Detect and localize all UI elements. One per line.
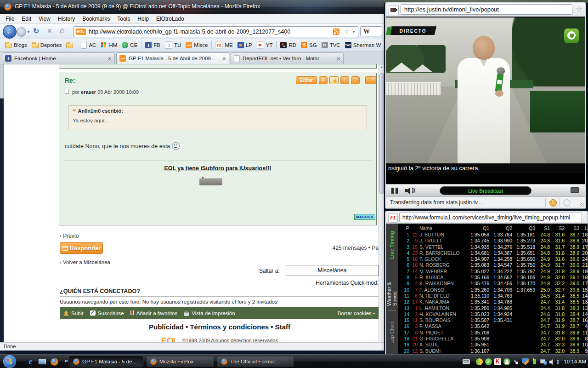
bookmark-me[interactable]: mME <box>213 41 235 49</box>
justintv-url[interactable]: http://es.justin.tv/dimoni_live/popout <box>401 4 572 15</box>
quicklaunch-show-desktop-icon[interactable] <box>38 357 47 366</box>
previous-link[interactable]: ‹ Previo <box>60 233 79 239</box>
bookmark-sherman-w[interactable]: TWCSherman W <box>343 42 384 48</box>
menu-elotrolado[interactable]: ElOtroLado <box>153 14 188 24</box>
tab-lap-chart[interactable]: Lap Chart <box>389 311 395 354</box>
bookmark-tvc[interactable]: tvTVC <box>319 42 343 48</box>
print-view-link[interactable]: Vista de impresión <box>184 310 235 316</box>
bookmark-ce[interactable]: CE <box>119 42 140 48</box>
live-broadcast-button[interactable]: Live Broadcast <box>440 186 531 195</box>
tab-close-icon[interactable]: ✕ <box>222 56 226 61</box>
bookmark-misce[interactable]: eolMisce <box>183 42 210 48</box>
security-shield-tray-icon[interactable] <box>522 358 529 365</box>
url-dropdown-icon[interactable]: ▼ <box>352 30 356 34</box>
timing-cell: 21 <box>579 262 588 268</box>
thumbs-up-button[interactable]: ☝ <box>329 76 339 84</box>
timing-cell: 7 <box>399 269 409 275</box>
tab-inactive[interactable]: DeportEOL.net • Ver foro - Motor✕ <box>231 52 344 64</box>
tab-inactive[interactable]: fFacebook | Home✕ <box>2 52 115 64</box>
help-button[interactable]: ? <box>351 76 360 84</box>
bookmark-yt[interactable]: ▶YT <box>254 41 275 49</box>
bookmark-sg[interactable]: BSG <box>299 42 319 48</box>
bookmark-fb[interactable]: fFB <box>143 42 163 48</box>
jump-to-select[interactable]: Miscelánea <box>286 265 379 276</box>
quote-button[interactable]: “ <box>365 76 377 84</box>
delete-button[interactable]: X <box>319 76 328 84</box>
f1-url[interactable]: http://www.formula1.com/services/live_ti… <box>399 213 582 222</box>
edit-button[interactable]: Editar <box>296 76 317 84</box>
bookmark-deportes[interactable]: Deportes <box>29 42 64 48</box>
back-button[interactable]: ← <box>3 25 17 39</box>
tab-weather-speed[interactable]: Weather & Speed <box>386 267 397 310</box>
bookmark-blogs[interactable]: Blogs <box>3 42 29 48</box>
add-favorite-link[interactable]: Añadir a favoritos <box>130 310 178 316</box>
stop-button[interactable]: ✕ <box>47 27 52 34</box>
tab-close-icon[interactable]: ✕ <box>337 56 340 61</box>
firefox-titlebar[interactable]: GP F1 Malasia - 5 de Abril de 2009 (9 de… <box>0 0 384 14</box>
menu-history[interactable]: History <box>54 14 79 24</box>
bookmark-hm[interactable]: HM <box>98 42 119 48</box>
antivirus-ok-tray-icon[interactable]: ✓ <box>485 358 492 365</box>
taskbar-button-1[interactable]: GP F1 Malasia - 5 de... <box>69 356 143 367</box>
bookmark-tu[interactable]: :)TU <box>163 41 183 49</box>
clear-cookies-link[interactable]: Borrar cookies • <box>338 310 375 316</box>
volume-icon[interactable]: )) <box>405 187 417 194</box>
bookmark-lp[interactable]: LP <box>235 42 254 48</box>
page-scrollbar[interactable]: ▲ <box>379 64 384 342</box>
menu-bookmarks[interactable]: Bookmarks <box>79 14 113 24</box>
keyboard-layout-icon[interactable] <box>463 359 470 364</box>
volume-icon[interactable] <box>549 358 556 365</box>
reply-button[interactable]: Responder <box>60 242 103 254</box>
forward-button[interactable]: → <box>17 27 26 37</box>
url-bar[interactable]: EOL http://www.elotrolado.net/hilo_gp-f1… <box>74 26 358 37</box>
go-up-link[interactable]: Subir <box>63 310 84 316</box>
bookmark-folder[interactable] <box>64 42 75 48</box>
scrollbar-up-arrow[interactable]: ▲ <box>379 65 384 69</box>
bookmark-ac[interactable]: AC <box>79 42 98 49</box>
tab-live-timing[interactable]: Live Timing <box>389 224 395 267</box>
start-button[interactable] <box>3 355 16 368</box>
subscribe-link[interactable]: Suscribirse <box>90 310 124 316</box>
quicklaunch-firefox-icon[interactable] <box>50 357 59 366</box>
video-player[interactable]: DIRECTO nsiguió la 2ª victoria de su car… <box>386 17 585 184</box>
url-text[interactable]: http://www.elotrolado.net/hilo_gp-f1-mal… <box>89 29 290 35</box>
power-plug-icon[interactable] <box>531 358 538 365</box>
post-author[interactable]: eraser <box>81 89 96 95</box>
quicklaunch-ie-icon[interactable]: e <box>26 357 35 366</box>
updater-tray-icon[interactable] <box>476 358 483 365</box>
signature-text[interactable]: EOL ya tiene iSubforo para iUsuarios!!! <box>59 165 376 172</box>
timing-header-row: PNameQ1Q2Q3S1S2S3L <box>399 224 588 232</box>
timing-cell: 38.9 <box>565 244 579 250</box>
footer-links[interactable]: Publicidad • Términos y condiciones • St… <box>63 323 376 331</box>
pause-button[interactable] <box>391 188 398 194</box>
rss-icon[interactable] <box>333 29 339 35</box>
scrollbar-thumb[interactable] <box>379 73 384 194</box>
bookmark-star-icon[interactable]: ☆ <box>344 28 350 35</box>
home-button[interactable]: ⌂ <box>60 26 65 35</box>
quote-author: “An0n1m0 escribió: <box>73 108 123 115</box>
messenger-tray-icon[interactable] <box>503 358 510 365</box>
eol-logo[interactable]: EOL <box>161 336 178 342</box>
resize-grip[interactable] <box>580 203 584 207</box>
tab-close-icon[interactable]: ✕ <box>108 56 112 61</box>
menu-edit[interactable]: Edit <box>18 14 35 24</box>
clock[interactable]: 10:14 AM <box>564 359 586 364</box>
taskbar-button-3[interactable]: The Official Formul... <box>217 356 294 367</box>
bookmark-rd[interactable]: RD <box>278 42 299 48</box>
menu-view[interactable]: View <box>35 14 54 24</box>
history-dropdown-icon[interactable]: ▼ <box>27 30 30 34</box>
menu-file[interactable]: File <box>2 14 18 24</box>
snagit-arrow-tray-icon[interactable]: ↘ <box>513 358 520 365</box>
back-to-forum-link[interactable]: ‹ Volver a Miscelánea <box>60 259 110 265</box>
taskbar-button-2[interactable]: Mozilla Firefox <box>146 356 214 367</box>
fullscreen-icon[interactable] <box>571 187 579 193</box>
kaspersky-tray-icon[interactable]: K <box>494 358 501 365</box>
menu-help[interactable]: Help <box>134 14 153 24</box>
search-box[interactable]: W <box>360 26 382 36</box>
tab-active[interactable]: eolGP F1 Malasia - 5 de Abril de 2009...… <box>116 52 229 64</box>
report-button[interactable]: ! <box>340 76 349 84</box>
justintv-bookmark-star-icon[interactable]: ☆ <box>576 5 582 13</box>
network-icon[interactable] <box>540 358 547 365</box>
reload-button[interactable]: ↻ <box>33 27 39 35</box>
menu-tools[interactable]: Tools <box>113 14 134 24</box>
